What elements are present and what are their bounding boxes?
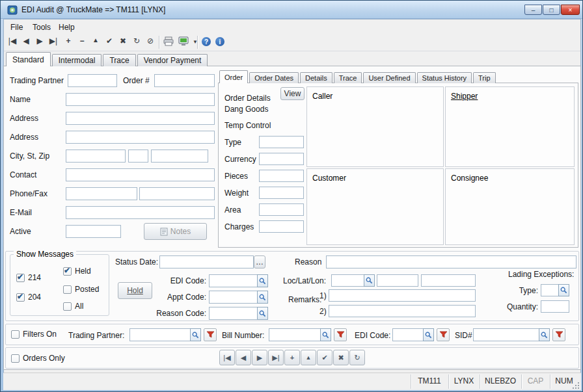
fax-input[interactable]: [139, 187, 215, 200]
address1-input[interactable]: [66, 112, 215, 125]
menu-tools[interactable]: Tools: [29, 22, 54, 33]
tab-order[interactable]: Order: [219, 70, 248, 83]
sid-lookup-button[interactable]: [539, 328, 550, 341]
sid-funnel-button[interactable]: [552, 328, 565, 341]
lading-quantity-input[interactable]: [541, 300, 569, 313]
checkbox-all[interactable]: All: [63, 302, 83, 311]
checkbox-204[interactable]: 204: [16, 293, 41, 302]
lading-type-input[interactable]: [541, 284, 558, 296]
delete-record-icon[interactable]: −: [75, 36, 88, 46]
nav-last-button[interactable]: ▶|: [268, 350, 284, 365]
remark1-input[interactable]: [329, 289, 476, 302]
tab-standard[interactable]: Standard: [6, 52, 51, 66]
email-input[interactable]: [66, 206, 215, 219]
name-input[interactable]: [66, 93, 215, 106]
currency-input[interactable]: [259, 153, 304, 165]
state-input[interactable]: [128, 150, 148, 163]
charges-input[interactable]: [259, 220, 304, 233]
nav-first-button[interactable]: |◀: [219, 350, 235, 365]
checkbox-held[interactable]: Held: [63, 267, 91, 276]
address2-input[interactable]: [66, 131, 215, 144]
type-input[interactable]: [259, 136, 304, 148]
order-number-input[interactable]: [154, 74, 215, 87]
tab-intermodal[interactable]: Intermodal: [52, 54, 102, 66]
edi-code-funnel-button[interactable]: [437, 328, 450, 341]
report-dropdown-icon[interactable]: ▼: [189, 39, 202, 45]
checkbox-posted[interactable]: Posted: [63, 285, 99, 294]
reason-code-lookup-button[interactable]: [257, 307, 268, 320]
menu-file[interactable]: File: [7, 22, 26, 33]
tab-order-trace[interactable]: Trace: [334, 72, 362, 83]
titlebar[interactable]: EDI Audit @ TruckMate => TM111 [LYNX]: [1, 1, 583, 19]
maximize-button[interactable]: □: [543, 5, 560, 15]
area-input[interactable]: [259, 203, 304, 216]
abort-icon[interactable]: ⊘: [144, 36, 157, 46]
checkbox-214[interactable]: 214: [16, 273, 41, 282]
nav-cancel-button[interactable]: ✖: [333, 350, 349, 365]
pieces-input[interactable]: [259, 170, 304, 182]
reason-input[interactable]: [326, 255, 576, 268]
edit-record-icon[interactable]: ▲: [89, 36, 102, 44]
edi-code-filter-input[interactable]: [392, 328, 423, 341]
remark2-input[interactable]: [329, 305, 476, 317]
nav-prior-button[interactable]: ◀: [236, 350, 251, 365]
close-button[interactable]: ×: [561, 5, 580, 15]
edi-code-lookup-button[interactable]: [257, 274, 268, 287]
info-icon[interactable]: i: [215, 37, 224, 46]
first-record-icon[interactable]: |◀: [6, 36, 19, 46]
tp-filter-funnel-button[interactable]: [204, 328, 217, 341]
loc-lookup-button[interactable]: [364, 274, 375, 287]
bill-number-lookup-button[interactable]: [320, 328, 331, 341]
lading-type-lookup-button[interactable]: [558, 284, 569, 296]
nav-next-button[interactable]: ▶: [252, 350, 267, 365]
nav-edit-button[interactable]: ▲: [301, 350, 316, 365]
nav-insert-button[interactable]: +: [284, 350, 300, 365]
hold-button[interactable]: Hold: [118, 282, 152, 299]
loc-input[interactable]: [331, 274, 364, 287]
tp-filter-input[interactable]: [129, 328, 190, 341]
reason-code-input[interactable]: [209, 307, 257, 320]
filters-on-checkbox[interactable]: Filters On: [11, 330, 57, 339]
trading-partner-input[interactable]: [68, 74, 117, 87]
status-date-input[interactable]: [159, 255, 254, 268]
city-input[interactable]: [66, 150, 126, 163]
tp-filter-lookup-button[interactable]: [190, 328, 201, 341]
zip-input[interactable]: [151, 150, 208, 163]
appt-code-input[interactable]: [209, 291, 257, 304]
tab-trace[interactable]: Trace: [103, 54, 135, 66]
orders-only-checkbox[interactable]: Orders Only: [11, 354, 65, 363]
bill-number-input[interactable]: [269, 328, 320, 341]
cancel-edit-icon[interactable]: ✖: [116, 36, 129, 46]
active-input[interactable]: [66, 225, 121, 238]
last-record-icon[interactable]: ▶|: [47, 36, 60, 46]
prior-record-icon[interactable]: ◀: [20, 36, 33, 46]
tab-vendor-payment[interactable]: Vendor Payment: [137, 54, 208, 66]
view-button[interactable]: View: [280, 87, 305, 100]
insert-record-icon[interactable]: +: [62, 36, 75, 46]
printer-icon[interactable]: [163, 36, 174, 46]
help-icon[interactable]: ?: [202, 37, 211, 46]
nav-post-button[interactable]: ✔: [317, 350, 332, 365]
resize-grip[interactable]: [572, 382, 580, 389]
tab-details[interactable]: Details: [300, 72, 332, 83]
edi-code-filter-lookup-button[interactable]: [423, 328, 434, 341]
refresh-icon[interactable]: ↻: [130, 36, 143, 46]
tab-order-dates[interactable]: Order Dates: [249, 72, 299, 83]
edi-code-input[interactable]: [209, 274, 257, 287]
menu-help[interactable]: Help: [55, 22, 78, 33]
lon-input[interactable]: [421, 274, 476, 287]
contact-input[interactable]: [66, 168, 215, 181]
status-date-browse-button[interactable]: …: [254, 255, 265, 268]
sid-input[interactable]: [473, 328, 539, 341]
tab-status-history[interactable]: Status History: [417, 72, 472, 83]
bill-number-funnel-button[interactable]: [334, 328, 347, 341]
appt-code-lookup-button[interactable]: [257, 291, 268, 304]
shipper-link[interactable]: Shipper: [451, 92, 478, 101]
notes-button[interactable]: Notes: [144, 223, 207, 240]
weight-input[interactable]: [259, 187, 304, 199]
report-monitor-icon[interactable]: [178, 36, 189, 46]
minimize-button[interactable]: –: [524, 5, 542, 15]
post-edit-icon[interactable]: ✔: [103, 36, 116, 46]
lat-input[interactable]: [377, 274, 418, 287]
next-record-icon[interactable]: ▶: [33, 36, 46, 46]
